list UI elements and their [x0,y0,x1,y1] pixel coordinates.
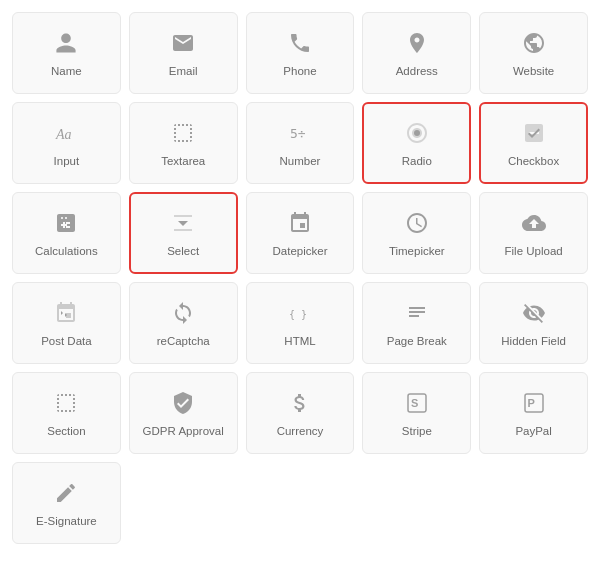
currency-label: Currency [277,425,324,439]
field-type-select[interactable]: Select [129,192,238,274]
calculations-icon [54,211,78,245]
field-type-website[interactable]: Website [479,12,588,94]
address-label: Address [396,65,438,79]
field-type-checkbox[interactable]: Checkbox [479,102,588,184]
radio-label: Radio [402,155,432,169]
recaptcha-icon [171,301,195,335]
esignature-icon [54,481,78,515]
field-type-postdata[interactable]: Post Data [12,282,121,364]
hiddenfield-label: Hidden Field [501,335,566,349]
field-type-fileupload[interactable]: File Upload [479,192,588,274]
field-type-name[interactable]: Name [12,12,121,94]
esignature-label: E-Signature [36,515,97,529]
section-label: Section [47,425,85,439]
field-type-esignature[interactable]: E-Signature [12,462,121,544]
address-icon [405,31,429,65]
calculations-label: Calculations [35,245,98,259]
phone-label: Phone [283,65,316,79]
textarea-icon [171,121,195,155]
field-type-gdpr[interactable]: GDPR Approval [129,372,238,454]
field-type-phone[interactable]: Phone [246,12,355,94]
name-icon [54,31,78,65]
svg-text:P: P [527,397,534,409]
field-type-stripe[interactable]: SStripe [362,372,471,454]
field-type-timepicker[interactable]: Timepicker [362,192,471,274]
html-icon: { } [288,301,312,335]
svg-text:Aa: Aa [55,127,72,142]
field-type-email[interactable]: Email [129,12,238,94]
number-icon: 5÷ [288,121,312,155]
input-label: Input [54,155,80,169]
pagebreak-icon [405,301,429,335]
phone-icon [288,31,312,65]
field-type-address[interactable]: Address [362,12,471,94]
timepicker-icon [405,211,429,245]
field-type-paypal[interactable]: PPayPal [479,372,588,454]
email-label: Email [169,65,198,79]
svg-text:5÷: 5÷ [290,126,306,141]
datepicker-icon [288,211,312,245]
field-type-datepicker[interactable]: Datepicker [246,192,355,274]
stripe-label: Stripe [402,425,432,439]
email-icon [171,31,195,65]
field-type-html[interactable]: { }HTML [246,282,355,364]
currency-icon [288,391,312,425]
fileupload-icon [522,211,546,245]
field-type-pagebreak[interactable]: Page Break [362,282,471,364]
timepicker-label: Timepicker [389,245,445,259]
field-type-textarea[interactable]: Textarea [129,102,238,184]
svg-text:{ }: { } [289,309,307,320]
radio-icon [405,121,429,155]
section-icon [54,391,78,425]
svg-text:S: S [411,397,418,409]
hiddenfield-icon [522,301,546,335]
select-label: Select [167,245,199,259]
name-label: Name [51,65,82,79]
paypal-icon: P [522,391,546,425]
field-type-section[interactable]: Section [12,372,121,454]
gdpr-label: GDPR Approval [143,425,224,439]
postdata-label: Post Data [41,335,92,349]
field-type-radio[interactable]: Radio [362,102,471,184]
select-icon [171,211,195,245]
number-label: Number [280,155,321,169]
field-type-calculations[interactable]: Calculations [12,192,121,274]
stripe-icon: S [405,391,429,425]
postdata-icon [54,301,78,335]
field-type-number[interactable]: 5÷Number [246,102,355,184]
field-type-hiddenfield[interactable]: Hidden Field [479,282,588,364]
field-type-input[interactable]: AaInput [12,102,121,184]
pagebreak-label: Page Break [387,335,447,349]
fileupload-label: File Upload [505,245,563,259]
svg-point-2 [414,130,420,136]
website-icon [522,31,546,65]
field-type-recaptcha[interactable]: reCaptcha [129,282,238,364]
website-label: Website [513,65,554,79]
textarea-label: Textarea [161,155,205,169]
datepicker-label: Datepicker [273,245,328,259]
checkbox-label: Checkbox [508,155,559,169]
checkbox-icon [522,121,546,155]
field-type-grid: NameEmailPhoneAddressWebsiteAaInputTexta… [12,12,588,544]
input-icon: Aa [54,121,78,155]
field-type-currency[interactable]: Currency [246,372,355,454]
recaptcha-label: reCaptcha [157,335,210,349]
gdpr-icon [171,391,195,425]
html-label: HTML [284,335,315,349]
paypal-label: PayPal [515,425,551,439]
